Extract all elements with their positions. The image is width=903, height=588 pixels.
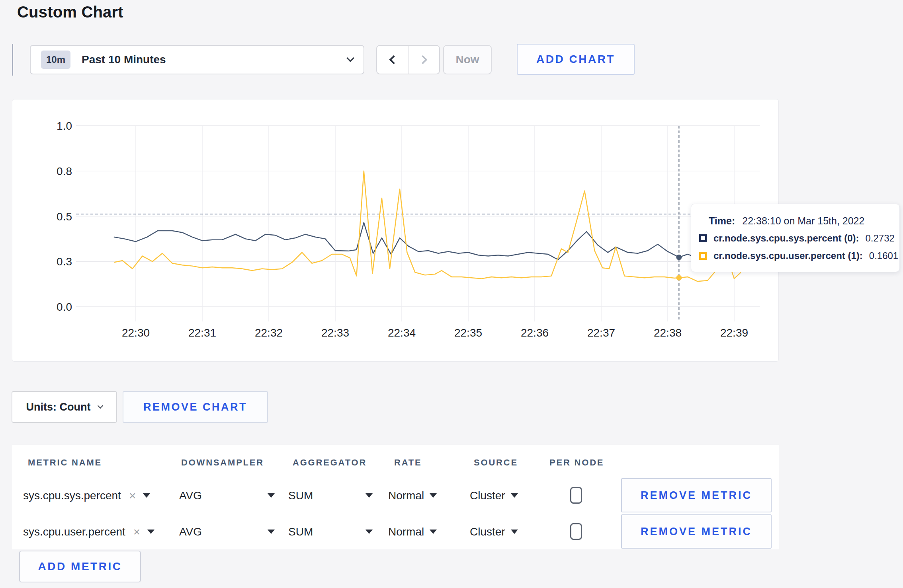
tooltip-series-user: cr.node.sys.cpu.user.percent (1): 0.1601: [699, 247, 899, 265]
chevron-left-icon: [389, 55, 398, 64]
page-title: Custom Chart: [17, 3, 123, 21]
col-header-aggregator: AGGREGATOR: [293, 458, 367, 468]
source-value: Cluster: [470, 489, 505, 502]
chevron-down-icon: [98, 403, 103, 409]
col-header-per-node: PER NODE: [549, 458, 604, 468]
col-header-metric-name: METRIC NAME: [28, 458, 102, 468]
downsampler-value: AVG: [179, 489, 202, 502]
dropdown-caret-icon: [430, 493, 437, 498]
tooltip-sys-value: 0.2732: [865, 233, 894, 244]
time-range-dropdown[interactable]: 10m Past 10 Minutes: [30, 45, 364, 74]
tooltip-user-value: 0.1601: [869, 250, 898, 261]
downsampler-select[interactable]: AVG: [179, 477, 275, 514]
per-node-checkbox[interactable]: [570, 523, 582, 540]
svg-text:22:39: 22:39: [720, 327, 748, 339]
svg-text:22:31: 22:31: [188, 327, 216, 339]
tooltip-sys-name: cr.node.sys.cpu.sys.percent (0):: [713, 233, 859, 244]
svg-text:22:37: 22:37: [587, 327, 615, 339]
user-series-swatch-icon: [699, 252, 707, 260]
downsampler-select[interactable]: AVG: [179, 514, 275, 550]
svg-text:22:32: 22:32: [255, 327, 283, 339]
remove-metric-button[interactable]: REMOVE METRIC: [621, 514, 772, 549]
clear-metric-icon[interactable]: ×: [133, 525, 141, 539]
dropdown-caret-icon: [268, 530, 275, 534]
source-select[interactable]: Cluster: [470, 514, 518, 550]
table-row: sys.cpu.user.percent × AVG SUM Normal Cl…: [12, 514, 779, 550]
tooltip-time-row: Time: 22:38:10 on Mar 15th, 2022: [699, 212, 899, 230]
dropdown-caret-icon: [430, 530, 437, 534]
chart-plot[interactable]: 1.00.80.50.30.022:3022:3122:3222:3322:34…: [12, 99, 779, 362]
dropdown-caret-icon: [511, 493, 518, 498]
clear-metric-icon[interactable]: ×: [129, 489, 136, 502]
col-header-downsampler: DOWNSAMPLER: [181, 458, 264, 468]
custom-chart-page: Custom Chart 10m Past 10 Minutes Now ADD…: [0, 0, 903, 588]
dropdown-caret-icon: [147, 530, 154, 534]
metrics-table: METRIC NAME DOWNSAMPLER AGGREGATOR RATE …: [12, 445, 779, 549]
time-range-tick: [12, 44, 13, 76]
time-nav-group: [376, 45, 440, 74]
rate-value: Normal: [388, 526, 424, 538]
tooltip-time-value: 22:38:10 on Mar 15th, 2022: [742, 215, 864, 227]
per-node-checkbox[interactable]: [570, 487, 582, 504]
metric-name-value: sys.cpu.user.percent: [23, 526, 125, 538]
aggregator-value: SUM: [288, 489, 313, 502]
metric-name-select[interactable]: sys.cpu.sys.percent ×: [23, 477, 150, 514]
svg-text:1.0: 1.0: [57, 120, 72, 132]
table-row: sys.cpu.sys.percent × AVG SUM Normal Clu…: [12, 477, 779, 514]
svg-text:22:38: 22:38: [654, 327, 682, 339]
col-header-source: SOURCE: [474, 458, 518, 468]
aggregator-value: SUM: [288, 526, 313, 538]
add-metric-button[interactable]: ADD METRIC: [19, 551, 141, 582]
chevron-down-icon: [346, 54, 354, 62]
chevron-right-icon: [418, 55, 427, 64]
sys-series-swatch-icon: [699, 234, 707, 242]
time-range-label: Past 10 Minutes: [82, 53, 166, 66]
chart-card: 1.00.80.50.30.022:3022:3122:3222:3322:34…: [12, 99, 779, 362]
aggregator-select[interactable]: SUM: [288, 514, 373, 550]
rate-select[interactable]: Normal: [388, 477, 437, 514]
svg-text:0.5: 0.5: [57, 210, 72, 223]
svg-text:22:36: 22:36: [521, 327, 549, 339]
units-dropdown[interactable]: Units: Count: [12, 391, 117, 423]
tooltip-user-name: cr.node.sys.cpu.user.percent (1):: [713, 250, 863, 261]
dropdown-caret-icon: [366, 493, 373, 498]
tooltip-series-sys: cr.node.sys.cpu.sys.percent (0): 0.2732: [699, 230, 899, 247]
dropdown-caret-icon: [268, 493, 275, 498]
chart-tooltip: Time: 22:38:10 on Mar 15th, 2022 cr.node…: [691, 204, 900, 272]
col-header-rate: RATE: [394, 458, 422, 468]
now-button[interactable]: Now: [443, 45, 492, 74]
downsampler-value: AVG: [179, 526, 202, 538]
time-range-badge: 10m: [41, 51, 70, 69]
next-time-button[interactable]: [408, 46, 439, 74]
units-label: Units: Count: [26, 401, 91, 413]
svg-text:22:35: 22:35: [454, 327, 482, 339]
rate-value: Normal: [388, 489, 424, 502]
svg-text:22:33: 22:33: [321, 327, 349, 339]
metric-name-value: sys.cpu.sys.percent: [23, 489, 121, 502]
tooltip-time-label: Time:: [709, 215, 735, 227]
dropdown-caret-icon: [366, 530, 373, 534]
dropdown-caret-icon: [143, 493, 150, 498]
svg-text:0.8: 0.8: [57, 165, 72, 177]
rate-select[interactable]: Normal: [388, 514, 437, 550]
remove-metric-button[interactable]: REMOVE METRIC: [621, 478, 772, 512]
svg-text:0.0: 0.0: [57, 301, 72, 313]
add-chart-button[interactable]: ADD CHART: [517, 44, 635, 75]
svg-text:0.3: 0.3: [57, 255, 72, 268]
dropdown-caret-icon: [511, 530, 518, 534]
svg-text:22:34: 22:34: [388, 327, 416, 339]
source-value: Cluster: [470, 526, 505, 538]
aggregator-select[interactable]: SUM: [288, 477, 373, 514]
prev-time-button[interactable]: [377, 46, 408, 74]
remove-chart-button[interactable]: REMOVE CHART: [123, 391, 268, 423]
metric-name-select[interactable]: sys.cpu.user.percent ×: [23, 514, 154, 550]
svg-text:22:30: 22:30: [122, 327, 150, 339]
source-select[interactable]: Cluster: [470, 477, 518, 514]
